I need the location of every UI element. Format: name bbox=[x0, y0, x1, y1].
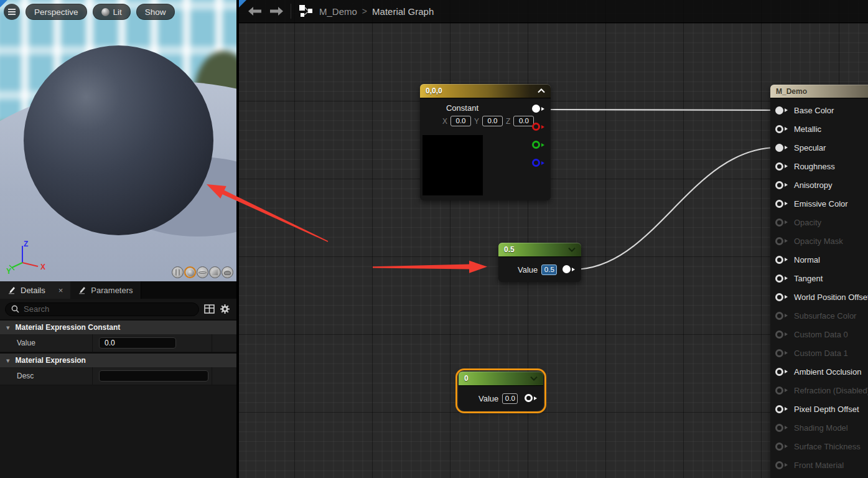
chevron-down-icon[interactable] bbox=[530, 376, 538, 381]
lit-sphere-icon bbox=[101, 8, 110, 16]
sphere-mesh-button[interactable] bbox=[184, 266, 196, 278]
plane-mesh-button[interactable] bbox=[197, 266, 208, 278]
perspective-button[interactable]: Perspective bbox=[26, 4, 87, 20]
constant-xyz-fields: X 0.0 Y 0.0 Z 0.0 bbox=[442, 116, 534, 126]
pin-normal[interactable]: Normal bbox=[770, 250, 868, 269]
viewport-toolbar: Perspective Lit Show bbox=[4, 4, 175, 20]
node-type-label: Constant bbox=[437, 103, 487, 113]
forward-arrow-icon[interactable] bbox=[269, 7, 283, 16]
pin-custom-data-0: Custom Data 0 bbox=[770, 325, 868, 344]
back-arrow-icon[interactable] bbox=[248, 7, 262, 16]
y-value-field[interactable]: 0.0 bbox=[482, 116, 503, 126]
tab-details[interactable]: Details × bbox=[0, 281, 70, 299]
breadcrumb-asset[interactable]: M_Demo bbox=[319, 6, 357, 17]
pin-pixel-depth-offset[interactable]: Pixel Depth Offset bbox=[770, 400, 868, 418]
pin-metallic[interactable]: Metallic bbox=[770, 120, 868, 138]
detail-row-value: Value bbox=[0, 334, 236, 352]
pin-subsurface-color: Subsurface Color bbox=[770, 306, 868, 325]
pin-emissive-color[interactable]: Emissive Color bbox=[770, 194, 868, 213]
x-value-field[interactable]: 0.0 bbox=[450, 116, 471, 126]
pin-base-color[interactable]: Base Color bbox=[770, 101, 868, 120]
custom-mesh-button[interactable] bbox=[222, 266, 233, 278]
material-graph-icon bbox=[299, 4, 314, 18]
cube-mesh-button[interactable] bbox=[209, 266, 221, 278]
details-panel: Details × Parameters bbox=[0, 281, 236, 478]
section-material-expression[interactable]: ▾ Material Expression bbox=[0, 352, 236, 367]
details-tabbar: Details × Parameters bbox=[0, 281, 236, 299]
pin-surface-thickness: Surface Thickness bbox=[770, 437, 868, 456]
node-preview-swatch bbox=[422, 135, 483, 195]
pin-anisotropy[interactable]: Anisotropy bbox=[770, 176, 868, 194]
show-label: Show bbox=[145, 7, 166, 17]
node-header[interactable]: M_Demo bbox=[770, 85, 868, 98]
chevron-down-icon[interactable] bbox=[568, 247, 576, 252]
tab-parameters[interactable]: Parameters bbox=[70, 281, 141, 299]
pin-custom-data-1: Custom Data 1 bbox=[770, 344, 868, 362]
pin-opacity-mask: Opacity Mask bbox=[770, 232, 868, 250]
detail-row-desc: Desc bbox=[0, 367, 236, 385]
pin-output-r[interactable] bbox=[532, 123, 546, 131]
preview-sphere bbox=[24, 45, 213, 235]
pin-output-rgb[interactable] bbox=[532, 105, 546, 113]
close-icon[interactable]: × bbox=[58, 286, 63, 295]
breadcrumb-separator: > bbox=[362, 6, 367, 16]
material-graph-panel[interactable]: 0,0,0 Constant X 0.0 Y 0.0 Z 0.0 bbox=[239, 0, 868, 478]
value-field[interactable]: 0.0 bbox=[502, 393, 518, 404]
axis-z-label: Z bbox=[24, 240, 28, 248]
collapse-triangle-icon: ▾ bbox=[6, 324, 10, 332]
menu-icon bbox=[8, 7, 16, 16]
search-icon bbox=[11, 305, 19, 313]
node-title: M_Demo bbox=[776, 87, 807, 96]
pin-tangent[interactable]: Tangent bbox=[770, 269, 868, 288]
cylinder-mesh-button[interactable] bbox=[172, 266, 184, 278]
pin-ambient-occlusion[interactable]: Ambient Occlusion bbox=[770, 362, 868, 381]
axis-gizmo: Z X Y bbox=[5, 238, 49, 276]
pin-output-b[interactable] bbox=[532, 159, 546, 167]
pin-output-g[interactable] bbox=[532, 141, 546, 149]
display-options-icon[interactable] bbox=[204, 304, 215, 314]
node-constant-half[interactable]: 0.5 Value 0.5 bbox=[498, 243, 581, 282]
graph-breadcrumb-bar: M_Demo > Material Graph bbox=[239, 0, 868, 23]
lit-mode-button[interactable]: Lit bbox=[93, 4, 131, 20]
value-label: Value bbox=[518, 265, 538, 274]
show-button[interactable]: Show bbox=[136, 4, 175, 20]
preview-mesh-buttons bbox=[172, 266, 233, 278]
toolbar-divider bbox=[291, 4, 291, 19]
node-constant-zero[interactable]: 0 Value 0.0 bbox=[459, 372, 543, 410]
node-constant3-vector[interactable]: 0,0,0 Constant X 0.0 Y 0.0 Z 0.0 bbox=[420, 84, 551, 200]
z-label: Z bbox=[506, 117, 510, 126]
node-header[interactable]: 0 bbox=[459, 372, 543, 386]
value-row-label: Value bbox=[17, 339, 35, 347]
lit-label: Lit bbox=[113, 7, 122, 17]
search-input[interactable] bbox=[24, 304, 193, 314]
section-material-expression-constant[interactable]: ▾ Material Expression Constant bbox=[0, 319, 236, 334]
section-title: Material Expression Constant bbox=[16, 323, 121, 332]
node-material-result[interactable]: M_Demo Base Color Metallic Specular Roug… bbox=[770, 85, 868, 478]
pin-output-value[interactable] bbox=[562, 265, 577, 273]
desc-field[interactable] bbox=[99, 370, 208, 382]
node-header[interactable]: 0.5 bbox=[498, 243, 581, 257]
pencil-icon bbox=[7, 286, 16, 294]
preview-viewport[interactable]: Perspective Lit Show Z X Y bbox=[0, 0, 236, 281]
pin-world-position-offset[interactable]: World Position Offset bbox=[770, 288, 868, 306]
collapse-triangle-icon: ▾ bbox=[6, 357, 10, 365]
node-title: 0,0,0 bbox=[426, 87, 442, 95]
perspective-label: Perspective bbox=[34, 7, 78, 17]
material-editor-window: Perspective Lit Show Z X Y bbox=[0, 0, 868, 478]
node-header[interactable]: 0,0,0 bbox=[420, 84, 551, 98]
settings-gear-icon[interactable] bbox=[220, 304, 230, 314]
tab-parameters-label: Parameters bbox=[91, 286, 133, 295]
pin-output-value[interactable] bbox=[525, 394, 539, 402]
breadcrumb-current[interactable]: Material Graph bbox=[372, 6, 434, 17]
x-label: X bbox=[442, 117, 447, 126]
chevron-up-icon[interactable] bbox=[538, 88, 545, 93]
z-value-field[interactable]: 0.0 bbox=[513, 116, 534, 126]
axis-y-label: Y bbox=[6, 267, 11, 276]
value-field[interactable] bbox=[99, 337, 176, 349]
pin-specular[interactable]: Specular bbox=[770, 138, 868, 157]
pin-refraction: Refraction (Disabled) bbox=[770, 381, 868, 400]
value-field[interactable]: 0.5 bbox=[541, 265, 557, 275]
pin-roughness[interactable]: Roughness bbox=[770, 157, 868, 176]
section-title: Material Expression bbox=[16, 356, 86, 365]
constant-output-pins bbox=[532, 105, 546, 167]
